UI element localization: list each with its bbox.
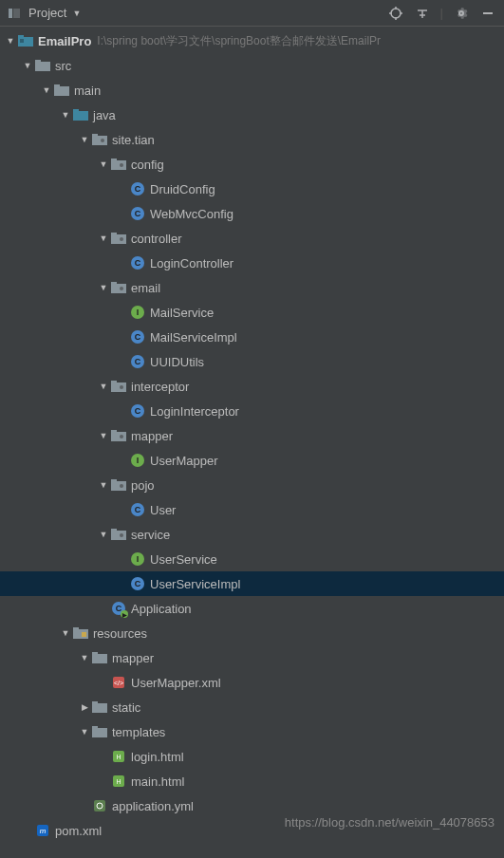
class-icon: C	[129, 254, 146, 271]
expand-arrow[interactable]: ▼	[97, 480, 110, 490]
tree-file-application-yml[interactable]: ▼ application.yml	[0, 793, 504, 818]
tree-class-user-service-impl[interactable]: ▼ C UserServiceImpl	[0, 571, 504, 596]
expand-arrow[interactable]: ▼	[78, 135, 91, 144]
interface-icon: I	[129, 304, 146, 321]
node-label: controller	[131, 232, 181, 246]
package-icon	[110, 427, 127, 444]
expand-arrow[interactable]: ▼	[78, 727, 91, 737]
html-file-icon: H	[110, 748, 127, 765]
tree-file-login-html[interactable]: ▼ H login.html	[0, 744, 504, 769]
expand-arrow[interactable]: ▼	[21, 61, 34, 70]
svg-text:H: H	[116, 778, 121, 785]
project-selector[interactable]: Project ▼	[8, 6, 387, 20]
svg-point-25	[120, 163, 123, 167]
svg-rect-23	[111, 160, 126, 170]
expand-arrow[interactable]: ▼	[59, 110, 72, 120]
node-label: email	[131, 281, 160, 295]
svg-rect-0	[9, 9, 12, 18]
gear-icon[interactable]	[453, 5, 470, 22]
tree-package-service[interactable]: ▼ service	[0, 522, 504, 547]
package-icon	[110, 279, 127, 296]
expand-arrow[interactable]: ▼	[78, 653, 91, 662]
maven-icon: m	[34, 822, 51, 839]
expand-arrow[interactable]: ▶	[78, 702, 91, 712]
svg-point-43	[120, 533, 123, 537]
tree-file-main-html[interactable]: ▼ H main.html	[0, 769, 504, 793]
tree-package-site-tian[interactable]: ▼ site.tian	[0, 127, 504, 152]
tree-file-pom-xml[interactable]: ▼ m pom.xml	[0, 818, 504, 843]
svg-rect-1	[13, 9, 20, 18]
expand-arrow[interactable]: ▼	[97, 530, 110, 539]
tree-folder-templates[interactable]: ▼ templates	[0, 719, 504, 744]
tree-package-config[interactable]: ▼ config	[0, 152, 504, 177]
html-file-icon: H	[110, 773, 127, 790]
svg-rect-16	[54, 86, 69, 96]
tree-folder-resources[interactable]: ▼ resources	[0, 621, 504, 645]
expand-arrow[interactable]: ▼	[40, 85, 53, 95]
expand-arrow[interactable]: ▼	[97, 431, 110, 440]
tree-folder-main[interactable]: ▼ main	[0, 78, 504, 103]
tree-class-webmvc-config[interactable]: ▼ C WebMvcConfig	[0, 201, 504, 226]
node-label: java	[93, 108, 116, 122]
tree-package-mapper[interactable]: ▼ mapper	[0, 423, 504, 448]
svg-point-2	[391, 9, 401, 18]
tree-folder-static[interactable]: ▶ static	[0, 695, 504, 719]
tree-folder-mapper[interactable]: ▼ mapper	[0, 645, 504, 670]
expand-arrow[interactable]: ▼	[97, 382, 110, 391]
package-icon	[110, 378, 127, 395]
tree-interface-user-service[interactable]: ▼ I UserService	[0, 547, 504, 571]
tree-class-application[interactable]: ▼ C▶ Application	[0, 596, 504, 621]
node-label: pojo	[131, 478, 155, 493]
collapse-all-icon[interactable]	[414, 5, 431, 22]
expand-arrow[interactable]: ▼	[59, 628, 72, 638]
node-label: resources	[93, 626, 147, 641]
package-icon	[110, 476, 127, 494]
package-icon	[110, 230, 127, 247]
tree-class-druid-config[interactable]: ▼ C DruidConfig	[0, 177, 504, 201]
node-label: UserMapper.xml	[131, 676, 221, 690]
hide-icon[interactable]	[479, 5, 496, 22]
tree-folder-java[interactable]: ▼ java	[0, 103, 504, 127]
tree-package-controller[interactable]: ▼ controller	[0, 226, 504, 251]
node-label: UserMapper	[150, 454, 218, 468]
tree-class-user[interactable]: ▼ C User	[0, 497, 504, 522]
locate-icon[interactable]	[387, 5, 404, 22]
tree-class-uuid-utils[interactable]: ▼ C UUIDUtils	[0, 349, 504, 374]
tree-folder-src[interactable]: ▼ src	[0, 53, 504, 78]
project-label: Project	[28, 6, 66, 20]
node-label: main	[74, 84, 101, 98]
node-label: DruidConfig	[150, 182, 215, 196]
node-label: interceptor	[131, 380, 189, 394]
svg-point-31	[120, 287, 123, 290]
tree-class-login-interceptor[interactable]: ▼ C LoginInterceptor	[0, 399, 504, 423]
class-icon: C	[129, 205, 146, 222]
tree-root[interactable]: ▼ EmailPro I:\spring boot\学习文件\springBoo…	[0, 28, 504, 53]
svg-rect-39	[111, 479, 117, 482]
expand-arrow[interactable]: ▼	[97, 233, 110, 243]
project-toolbar: Project ▼ |	[0, 0, 504, 27]
tree-package-pojo[interactable]: ▼ pojo	[0, 473, 504, 497]
tree-package-email[interactable]: ▼ email	[0, 275, 504, 300]
folder-icon	[91, 699, 108, 716]
svg-rect-54	[92, 726, 98, 729]
node-label: site.tian	[112, 133, 155, 147]
tree-class-mail-service-impl[interactable]: ▼ C MailServiceImpl	[0, 325, 504, 349]
svg-point-34	[120, 385, 123, 389]
spring-boot-icon: C▶	[110, 600, 127, 617]
expand-arrow[interactable]: ▼	[97, 283, 110, 292]
node-label: main.html	[131, 774, 184, 789]
tree-package-interceptor[interactable]: ▼ interceptor	[0, 374, 504, 399]
tree-class-login-controller[interactable]: ▼ C LoginController	[0, 251, 504, 275]
resources-folder-icon	[72, 625, 89, 642]
tree-file-user-mapper-xml[interactable]: ▼ </> UserMapper.xml	[0, 670, 504, 695]
yml-file-icon	[91, 797, 108, 814]
node-label: service	[131, 528, 170, 542]
node-label: Application	[131, 602, 192, 616]
node-label: MailServiceImpl	[150, 330, 237, 345]
expand-arrow[interactable]: ▼	[4, 36, 17, 46]
node-label: templates	[112, 725, 165, 739]
tree-interface-user-mapper[interactable]: ▼ I UserMapper	[0, 448, 504, 473]
node-label: pom.xml	[55, 824, 102, 838]
expand-arrow[interactable]: ▼	[97, 159, 110, 169]
tree-interface-mail-service[interactable]: ▼ I MailService	[0, 300, 504, 325]
